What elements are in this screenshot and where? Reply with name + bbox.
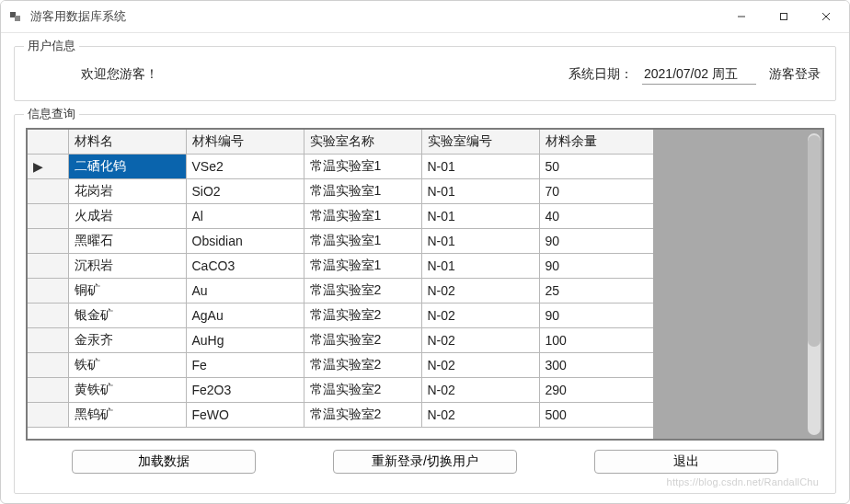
table-cell[interactable]: 50 [539,155,653,179]
table-cell[interactable]: 25 [539,279,653,304]
table-row[interactable]: 铁矿Fe常温实验室2N-02300 [28,353,653,378]
table-cell[interactable]: VSe2 [186,155,304,179]
svg-rect-3 [781,14,787,20]
table-cell[interactable]: 70 [539,179,653,204]
grid-scrollbar[interactable] [808,133,821,435]
table-cell[interactable]: 黑曜石 [68,229,186,254]
column-header[interactable]: 材料余量 [539,130,653,155]
row-header[interactable] [28,353,68,378]
table-cell[interactable]: 火成岩 [68,204,186,229]
row-header[interactable] [28,179,68,204]
table-cell[interactable]: 300 [539,353,653,378]
userinfo-legend: 用户信息 [24,38,79,54]
row-header[interactable] [28,378,68,403]
exit-button[interactable]: 退出 [594,450,778,474]
system-date-label: 系统日期： [569,66,633,83]
table-cell[interactable]: 常温实验室1 [304,204,421,229]
table-cell[interactable]: 常温实验室1 [304,254,421,279]
table-cell[interactable]: 常温实验室2 [304,279,421,304]
load-data-button[interactable]: 加载数据 [72,450,256,474]
row-header[interactable] [28,279,68,304]
row-header[interactable]: ▶ [28,155,68,179]
table-cell[interactable]: N-02 [421,328,539,353]
table-cell[interactable]: 黑钨矿 [68,403,186,428]
table-cell[interactable]: N-01 [421,254,539,279]
action-button-row: 加载数据 重新登录/切换用户 退出 [26,450,824,474]
relogin-button[interactable]: 重新登录/切换用户 [333,450,517,474]
table-cell[interactable]: FeWO [186,403,304,428]
data-grid[interactable]: 材料名材料编号实验室名称实验室编号材料余量 ▶二硒化钨VSe2常温实验室1N-0… [26,128,824,441]
table-cell[interactable]: 银金矿 [68,304,186,328]
table-cell[interactable]: N-01 [421,204,539,229]
table-cell[interactable]: AgAu [186,304,304,328]
table-row[interactable]: 银金矿AgAu常温实验室2N-0290 [28,304,653,328]
table-cell[interactable]: 常温实验室2 [304,304,421,328]
table-row[interactable]: 沉积岩CaCO3常温实验室1N-0190 [28,254,653,279]
table-cell[interactable]: Fe [186,353,304,378]
table-cell[interactable]: 100 [539,328,653,353]
table-cell[interactable]: N-02 [421,279,539,304]
table-cell[interactable]: 90 [539,229,653,254]
grid-scrollbar-thumb[interactable] [808,135,821,347]
table-cell[interactable]: 90 [539,254,653,279]
table-cell[interactable]: 常温实验室1 [304,229,421,254]
table-cell[interactable]: N-02 [421,403,539,428]
table-cell[interactable]: 铜矿 [68,279,186,304]
table-cell[interactable]: 常温实验室2 [304,403,421,428]
table-cell[interactable]: Al [186,204,304,229]
table-cell[interactable]: 常温实验室1 [304,155,421,179]
table-cell[interactable]: N-01 [421,179,539,204]
table-cell[interactable]: N-01 [421,229,539,254]
column-header[interactable]: 材料名 [68,130,186,155]
column-header[interactable]: 材料编号 [186,130,304,155]
table-cell[interactable]: 沉积岩 [68,254,186,279]
column-header[interactable]: 实验室编号 [421,130,539,155]
row-header[interactable] [28,328,68,353]
table-cell[interactable]: Obsidian [186,229,304,254]
table-cell[interactable]: 花岗岩 [68,179,186,204]
table-cell[interactable]: 常温实验室2 [304,378,421,403]
table-row[interactable]: 花岗岩SiO2常温实验室1N-0170 [28,179,653,204]
window-title: 游客用数据库系统 [30,9,126,25]
table-row[interactable]: 黄铁矿Fe2O3常温实验室2N-02290 [28,378,653,403]
table-cell[interactable]: SiO2 [186,179,304,204]
table-cell[interactable]: N-02 [421,353,539,378]
column-header[interactable]: 实验室名称 [304,130,421,155]
table-row[interactable]: 黑钨矿FeWO常温实验室2N-02500 [28,403,653,428]
table-cell[interactable]: Fe2O3 [186,378,304,403]
close-button[interactable] [805,2,847,31]
guest-login-button[interactable]: 游客登录 [765,64,824,85]
table-cell[interactable]: N-02 [421,304,539,328]
table-cell[interactable]: Au [186,279,304,304]
table-row[interactable]: ▶二硒化钨VSe2常温实验室1N-0150 [28,155,653,179]
row-header[interactable] [28,229,68,254]
table-row[interactable]: 金汞齐AuHg常温实验室2N-02100 [28,328,653,353]
table-cell[interactable]: 金汞齐 [68,328,186,353]
table-cell[interactable]: CaCO3 [186,254,304,279]
table-row[interactable]: 火成岩Al常温实验室1N-0140 [28,204,653,229]
table-cell[interactable]: 常温实验室2 [304,353,421,378]
table-cell[interactable]: 二硒化钨 [68,155,186,179]
table-cell[interactable]: 常温实验室2 [304,328,421,353]
maximize-button[interactable] [763,2,805,31]
table-cell[interactable]: 常温实验室1 [304,179,421,204]
userinfo-group: 用户信息 欢迎您游客！ 系统日期： 2021/07/02 周五 游客登录 [14,46,836,101]
table-cell[interactable]: 90 [539,304,653,328]
table-cell[interactable]: 290 [539,378,653,403]
row-header[interactable] [28,304,68,328]
table-row[interactable]: 铜矿Au常温实验室2N-0225 [28,279,653,304]
minimize-button[interactable] [720,2,763,31]
row-header-corner[interactable] [28,130,68,155]
row-header[interactable] [28,254,68,279]
table-cell[interactable]: N-01 [421,155,539,179]
app-icon [10,10,23,23]
table-cell[interactable]: 铁矿 [68,353,186,378]
table-cell[interactable]: 黄铁矿 [68,378,186,403]
table-cell[interactable]: 500 [539,403,653,428]
table-cell[interactable]: N-02 [421,378,539,403]
table-cell[interactable]: AuHg [186,328,304,353]
table-cell[interactable]: 40 [539,204,653,229]
row-header[interactable] [28,204,68,229]
table-row[interactable]: 黑曜石Obsidian常温实验室1N-0190 [28,229,653,254]
row-header[interactable] [28,403,68,428]
